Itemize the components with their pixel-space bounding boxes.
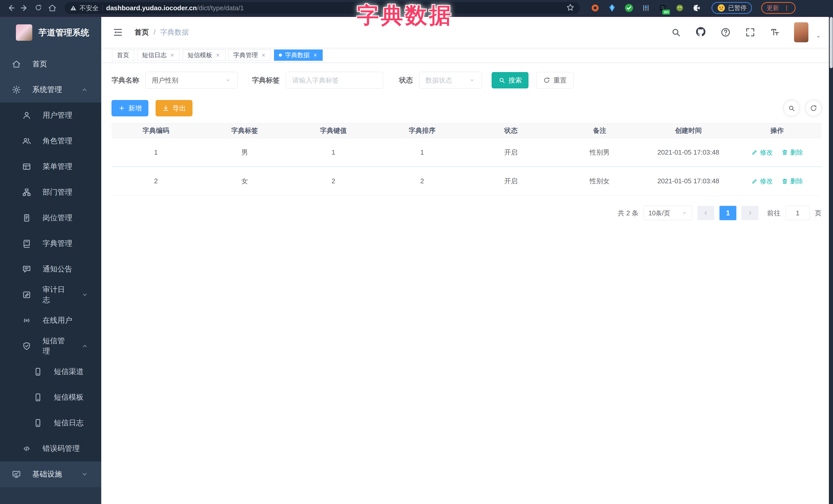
browser-back-icon[interactable] [6, 3, 16, 13]
chevron-right-icon [747, 210, 753, 216]
close-icon[interactable] [170, 52, 175, 58]
chevron-left-icon [703, 210, 709, 216]
user-avatar[interactable] [794, 22, 808, 42]
edit-link[interactable]: 修改 [751, 177, 773, 185]
tab-sms-log[interactable]: 短信日志 [137, 49, 180, 61]
extension-on-badge-icon[interactable]: on [658, 3, 668, 13]
fullscreen-icon[interactable] [745, 27, 756, 38]
sidebar-item-sms-template[interactable]: 短信模板 [0, 385, 101, 410]
tab-label: 字典数据 [285, 51, 310, 59]
table-row[interactable]: 2 女 2 2 开启 性别女 2021-01-05 17:03:48 修改 [112, 167, 822, 196]
reset-button[interactable]: 重置 [536, 72, 574, 89]
sidebar-item-menu-mgmt[interactable]: 菜单管理 [0, 154, 101, 179]
sidebar-item-dept-mgmt[interactable]: 部门管理 [0, 179, 101, 205]
extension-check-circle-icon[interactable] [624, 3, 634, 13]
chevron-down-icon [81, 471, 89, 478]
paused-label: 已暂停 [728, 4, 747, 12]
pagination: 共 2 条 10条/页 1 前往 页 [112, 206, 822, 220]
breadcrumb-home[interactable]: 首页 [135, 27, 149, 37]
cell-created: 2021-01-05 17:03:48 [644, 138, 733, 166]
sidebar-item-user-mgmt[interactable]: 用户管理 [0, 102, 101, 128]
sidebar-logo[interactable]: 芋道管理系统 [0, 17, 101, 48]
dict-label-label: 字典标签 [252, 76, 280, 85]
page-size-select[interactable]: 10条/页 [644, 206, 692, 220]
sidebar-item-infrastructure[interactable]: 基础设施 [0, 461, 101, 487]
refresh-table-button[interactable] [806, 100, 822, 116]
bookmark-star-icon[interactable] [566, 3, 575, 13]
app-header: 首页 / 字典数据 [101, 17, 833, 48]
sidebar-item-sms-log[interactable]: 短信日志 [0, 410, 101, 436]
caret-down-icon[interactable] [815, 33, 822, 40]
message-icon [22, 265, 31, 274]
dict-label-input[interactable] [286, 72, 383, 89]
goto-page-input[interactable] [786, 206, 810, 220]
profile-paused-pill[interactable]: 已暂停 [712, 2, 752, 14]
sidebar-item-error-code[interactable]: 错误码管理 [0, 436, 101, 461]
add-button[interactable]: 新增 [112, 100, 148, 116]
toggle-search-button[interactable] [784, 100, 800, 116]
next-page-button[interactable] [741, 206, 758, 220]
tab-dict-data[interactable]: 字典数据 [274, 49, 323, 61]
cell-label: 男 [200, 138, 289, 166]
chevron-up-icon [81, 342, 89, 350]
table-row[interactable]: 1 男 1 1 开启 性别男 2021-01-05 17:03:48 修改 [112, 138, 822, 167]
address-bar[interactable]: 不安全 dashboard.yudao.iocoder.cn/dict/type… [65, 2, 580, 14]
close-icon[interactable] [215, 52, 220, 58]
tab-dict-mgmt[interactable]: 字典管理 [229, 49, 271, 61]
page-scrollbar[interactable] [829, 17, 833, 504]
org-tree-icon [22, 188, 31, 197]
export-button[interactable]: 导出 [156, 100, 192, 116]
sidebar-collapse-icon[interactable] [113, 27, 123, 38]
sidebar-item-sms-channel[interactable]: 短信渠道 [0, 359, 101, 385]
sidebar-item-notice[interactable]: 通知公告 [0, 256, 101, 282]
tags-view-bar: 首页 短信日志 短信模板 字典管理 字典数据 [101, 48, 833, 63]
scrollbar-thumb[interactable] [830, 17, 833, 68]
cell-code: 2 [112, 167, 200, 195]
extension-sliders-icon[interactable] [641, 3, 651, 13]
browser-home-icon[interactable] [47, 3, 57, 13]
status-select[interactable]: 数据状态 [419, 72, 482, 89]
col-header: 创建时间 [644, 123, 733, 138]
sidebar-item-home[interactable]: 首页 [0, 51, 101, 77]
browser-reload-icon[interactable] [33, 3, 44, 13]
delete-link[interactable]: 删除 [782, 148, 803, 157]
browser-update-button[interactable]: 更新 [761, 2, 795, 14]
tab-sms-template[interactable]: 短信模板 [183, 49, 225, 61]
delete-link[interactable]: 删除 [782, 177, 803, 185]
book-icon [22, 239, 31, 248]
search-icon[interactable] [670, 27, 681, 38]
extension-puzzle-icon[interactable] [691, 3, 702, 13]
sidebar-item-post-mgmt[interactable]: 岗位管理 [0, 205, 101, 231]
dict-name-select[interactable]: 用户性别 [145, 72, 238, 89]
cell-value: 2 [289, 167, 378, 195]
kebab-menu-icon [783, 4, 790, 11]
annotation-overlay-title: 字典数据 [357, 1, 453, 30]
sidebar-item-role-mgmt[interactable]: 角色管理 [0, 128, 101, 154]
close-icon[interactable] [261, 52, 266, 58]
extension-gem-icon[interactable] [607, 3, 617, 13]
sidebar-item-label: 角色管理 [43, 136, 72, 146]
github-icon[interactable] [695, 26, 706, 39]
tab-label: 字典管理 [233, 51, 258, 59]
close-icon[interactable] [313, 52, 318, 58]
browser-forward-icon[interactable] [20, 3, 30, 13]
extension-orange-ring-icon[interactable] [590, 3, 600, 13]
edit-link[interactable]: 修改 [751, 148, 773, 157]
monitor-icon [12, 470, 21, 479]
page-number-1[interactable]: 1 [719, 206, 736, 220]
url-path: /dict/type/data/1 [197, 4, 244, 12]
sidebar-item-sms-mgmt[interactable]: 短信管理 [0, 333, 101, 359]
tab-home[interactable]: 首页 [112, 49, 134, 61]
pencil-icon [751, 178, 758, 185]
prev-page-button[interactable] [697, 206, 714, 220]
col-header: 字典排序 [378, 123, 467, 138]
help-icon[interactable] [720, 27, 731, 38]
font-size-icon[interactable] [769, 27, 780, 38]
sidebar-item-dict-mgmt[interactable]: 字典管理 [0, 231, 101, 256]
sidebar-item-audit-log[interactable]: 审计日志 [0, 282, 101, 308]
sidebar-item-online-users[interactable]: 在线用户 [0, 308, 101, 333]
cell-value: 1 [289, 138, 378, 166]
search-button[interactable]: 搜索 [492, 72, 528, 89]
extension-leaf-icon[interactable] [674, 3, 685, 13]
sidebar-item-system-mgmt[interactable]: 系统管理 [0, 77, 101, 102]
